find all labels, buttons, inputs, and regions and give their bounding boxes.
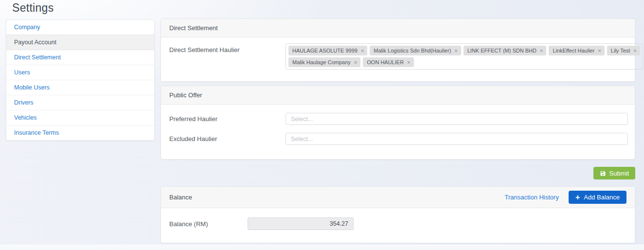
remove-tag-icon[interactable]: ×: [361, 48, 364, 54]
remove-tag-icon[interactable]: ×: [407, 60, 410, 65]
preferred-haulier-row: Preferred Haulier: [169, 113, 628, 125]
haulier-tag-label: Lily Test: [611, 48, 630, 54]
page-title: Settings: [12, 1, 54, 15]
page-bottom-strip: [0, 245, 644, 250]
sidebar-item-vehicles[interactable]: Vehicles: [6, 110, 154, 125]
preferred-haulier-label: Preferred Haulier: [169, 115, 286, 123]
plus-icon: +: [575, 194, 580, 201]
settings-sidebar: Company Payout Account Direct Settlement…: [6, 19, 155, 141]
haulier-tag-row: Malik Haulage Company × OON HAULIER ×: [288, 57, 640, 67]
direct-settlement-card-title: Direct Settlement: [161, 19, 635, 37]
sidebar-item-drivers[interactable]: Drivers: [6, 95, 154, 110]
haulier-tag-label: LinkEffect Haulier: [553, 48, 594, 54]
submit-row: Submit: [161, 167, 635, 179]
haulier-tag: LINK EFFECT (M) SDN BHD ×: [464, 46, 547, 55]
haulier-tag-label: Malik Haulage Company: [292, 59, 351, 65]
balance-card-header: Balance Transaction History + Add Balanc…: [161, 187, 635, 208]
balance-card-title: Balance: [169, 194, 504, 201]
remove-tag-icon[interactable]: ×: [598, 48, 601, 54]
haulier-tag-label: OON HAULIER: [367, 59, 404, 65]
direct-settlement-card: Direct Settlement Direct Settlement Haul…: [161, 18, 635, 82]
remove-tag-icon[interactable]: ×: [454, 48, 457, 54]
excluded-haulier-label: Excluded Haulier: [169, 135, 286, 143]
balance-card: Balance Transaction History + Add Balanc…: [161, 186, 635, 243]
remove-tag-icon[interactable]: ×: [540, 48, 543, 54]
direct-settlement-card-body: Direct Settlement Haulier HAULAGE ASOLUT…: [161, 37, 635, 81]
sidebar-item-mobile-users[interactable]: Mobile Users: [6, 80, 154, 95]
haulier-tag: LinkEffect Haulier ×: [549, 46, 604, 55]
haulier-tag: Malik Haulage Company ×: [288, 57, 360, 67]
add-balance-button-label: Add Balance: [584, 194, 620, 201]
direct-settlement-haulier-multiselect[interactable]: HAULAGE ASOLUTE 9999 × Malik Logistics S…: [286, 43, 643, 70]
balance-card-body: Balance (RM): [161, 208, 635, 243]
settings-main: Direct Settlement Direct Settlement Haul…: [161, 18, 635, 243]
haulier-tag: Lily Test ×: [607, 46, 640, 55]
sidebar-item-direct-settlement[interactable]: Direct Settlement: [6, 50, 154, 65]
sidebar-item-payout-account[interactable]: Payout Account: [6, 35, 154, 50]
sidebar-item-company[interactable]: Company: [6, 20, 154, 35]
remove-tag-icon[interactable]: ×: [633, 48, 636, 54]
sidebar-item-insurance-terms[interactable]: Insurance Terms: [6, 125, 154, 140]
haulier-tag-label: Malik Logistics Sdn Bhd(Haulier): [374, 48, 451, 54]
haulier-tag-label: LINK EFFECT (M) SDN BHD: [467, 48, 537, 54]
haulier-tag: HAULAGE ASOLUTE 9999 ×: [288, 46, 367, 55]
balance-rm-label: Balance (RM): [169, 220, 248, 228]
haulier-tag-label: HAULAGE ASOLUTE 9999: [292, 48, 358, 54]
excluded-haulier-row: Excluded Haulier: [169, 133, 628, 145]
submit-button-label: Submit: [609, 170, 629, 177]
haulier-tag-row: HAULAGE ASOLUTE 9999 × Malik Logistics S…: [288, 46, 640, 55]
sidebar-item-users[interactable]: Users: [6, 65, 154, 80]
save-icon: [600, 170, 606, 177]
preferred-haulier-select[interactable]: [286, 113, 628, 125]
public-offer-card-body: Preferred Haulier Excluded Haulier: [161, 105, 635, 159]
haulier-tag: Malik Logistics Sdn Bhd(Haulier) ×: [370, 46, 461, 55]
direct-settlement-haulier-label: Direct Settlement Haulier: [169, 43, 286, 70]
public-offer-card: Public Offer Preferred Haulier Excluded …: [161, 86, 635, 160]
submit-button[interactable]: Submit: [593, 167, 635, 179]
excluded-haulier-select[interactable]: [286, 133, 628, 145]
remove-tag-icon[interactable]: ×: [354, 60, 357, 65]
balance-value-input: [248, 217, 354, 230]
public-offer-card-title: Public Offer: [161, 86, 635, 105]
haulier-tag: OON HAULIER ×: [363, 57, 413, 67]
transaction-history-link[interactable]: Transaction History: [504, 194, 559, 201]
add-balance-button[interactable]: + Add Balance: [569, 191, 626, 204]
